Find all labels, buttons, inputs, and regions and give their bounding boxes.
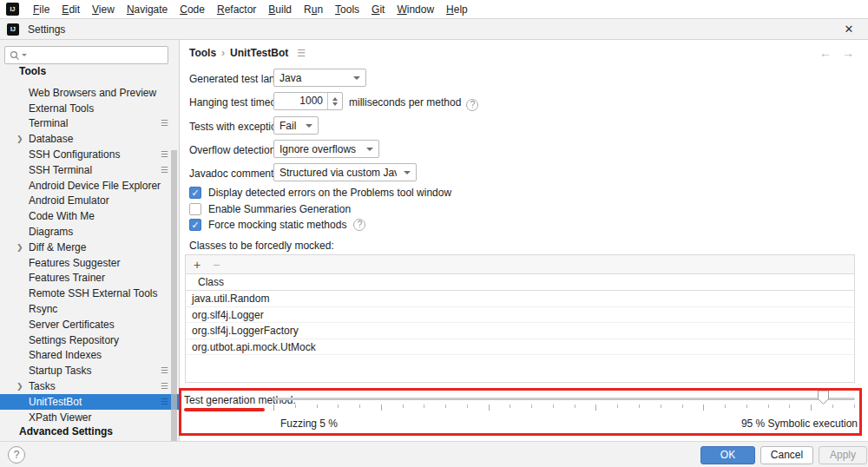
display-errors-checkbox[interactable]: ✓ Display detected errors on the Problem… [189,187,451,199]
javadoc-comment-style-select[interactable]: Structured via custom Javadoc tags [273,163,417,181]
chevron-down-icon [404,171,411,174]
overflow-detection-value: Ignore overflows [279,143,359,155]
javadoc-comment-style-value: Structured via custom Javadoc tags [279,167,397,179]
menu-git[interactable]: Git [365,0,391,19]
mocked-classes-table: + − Class java.util.Randomorg.slf4j.Logg… [185,254,855,383]
menu-bar: IJ FileEditViewNavigateCodeRefactorBuild… [0,0,868,19]
enable-summaries-checkbox[interactable]: Enable Summaries Generation [189,203,351,215]
sidebar-item-tasks[interactable]: ❯Tasks☰ [0,378,180,394]
forward-arrow-icon[interactable]: → [842,46,854,60]
overflow-detection-label: Overflow detection: [189,144,279,156]
ok-button[interactable]: OK [700,446,755,464]
sidebar-item-rsync[interactable]: Rsync [0,301,180,317]
sidebar-item-terminal[interactable]: Terminal☰ [0,116,180,132]
help-icon[interactable]: ? [466,99,478,111]
sidebar-item-settings-repository[interactable]: Settings Repository [0,332,180,348]
menu-tools[interactable]: Tools [329,0,365,19]
sidebar-item-web-browsers-and-preview[interactable]: Web Browsers and Preview [0,85,180,101]
sidebar-item-xpath-viewer[interactable]: XPath Viewer [0,410,180,425]
table-toolbar: + − [186,255,854,274]
search-options-caret-icon[interactable] [22,54,27,56]
sidebar-item-label: XPath Viewer [29,411,92,424]
overflow-detection-select[interactable]: Ignore overflows [273,140,379,158]
sidebar-scrollbar[interactable] [171,150,177,464]
sidebar-item-external-tools[interactable]: External Tools [0,101,180,116]
sidebar-item-ssh-configurations[interactable]: SSH Configurations☰ [0,147,180,162]
sidebar-item-features-suggester[interactable]: Features Suggester [0,255,180,271]
apply-button[interactable]: Apply [819,446,867,464]
sidebar-item-label: Features Trainer [29,272,105,284]
close-icon[interactable]: ✕ [842,23,856,36]
help-button[interactable]: ? [8,446,25,464]
chevron-right-icon[interactable]: ❯ [16,382,23,391]
generated-test-language-select[interactable]: Java [273,69,366,87]
sidebar-item-remote-ssh-external-tools[interactable]: Remote SSH External Tools [0,286,180,301]
menu-help[interactable]: Help [440,0,474,19]
sidebar-item-advanced-settings[interactable]: Advanced Settings [19,425,113,437]
sidebar-item-android-emulator[interactable]: Android Emulator [0,194,180,209]
breadcrumb-tools[interactable]: Tools [189,47,216,59]
slider-tick [295,405,296,408]
slider-tick [595,405,596,411]
stepper-arrows[interactable] [327,93,342,109]
slider-tick [338,405,339,408]
menu-view[interactable]: View [86,0,121,19]
cancel-button[interactable]: Cancel [760,446,813,464]
sidebar-item-startup-tasks[interactable]: Startup Tasks☰ [0,363,180,378]
enable-summaries-label: Enable Summaries Generation [208,203,351,215]
breadcrumb-options-icon[interactable]: ☰ [297,48,306,59]
sidebar-item-diff-merge[interactable]: ❯Diff & Merge [0,240,180,255]
sidebar-item-label: Terminal [29,117,68,129]
breadcrumb-separator: › [221,47,225,59]
sidebar-item-ssh-terminal[interactable]: SSH Terminal☰ [0,162,180,178]
menu-window[interactable]: Window [391,0,440,19]
sidebar-item-label: Settings Repository [29,334,119,346]
menu-run[interactable]: Run [298,0,329,19]
sidebar-item-label: Startup Tasks [29,365,91,377]
search-input[interactable] [4,46,168,64]
table-row[interactable]: java.util.Random [186,291,854,307]
mocked-classes-label: Classes to be forcedly mocked: [189,240,334,252]
settings-content-panel: Tools › UnitTestBot ☰ ← → Generated test… [180,40,868,441]
step-up-icon[interactable] [332,97,338,101]
menu-file[interactable]: File [27,0,56,19]
force-mocking-checkbox[interactable]: ✓ Force mocking static methods ? [189,219,365,231]
menu-navigate[interactable]: Navigate [121,0,174,19]
sidebar-item-database[interactable]: ❯Database [0,131,180,147]
chevron-right-icon[interactable]: ❯ [16,243,23,252]
remove-icon[interactable]: − [213,259,220,271]
back-arrow-icon[interactable]: ← [819,46,832,60]
sidebar-item-shared-indexes[interactable]: Shared Indexes [0,348,180,364]
sidebar-item-android-device-file-explorer[interactable]: Android Device File Explorer [0,178,180,194]
checkbox-unchecked-icon[interactable] [189,203,201,215]
hanging-test-timeout-stepper[interactable]: 1000 [273,92,343,110]
menu-items: FileEditViewNavigateCodeRefactorBuildRun… [27,0,474,19]
table-row[interactable]: org.utbot.api.mock.UtMock [186,339,854,356]
slider-tick [832,405,833,408]
sidebar-item-label: Database [29,133,73,145]
table-row[interactable]: org.slf4j.LoggerFactory [186,323,854,339]
sidebar-item-server-certificates[interactable]: Server Certificates [0,317,180,332]
sidebar-item-features-trainer[interactable]: Features Trainer [0,271,180,286]
checkbox-checked-icon[interactable]: ✓ [189,187,201,199]
help-icon[interactable]: ? [353,219,365,231]
menu-edit[interactable]: Edit [56,0,86,19]
slider-thumb[interactable] [817,390,830,408]
table-row[interactable]: org.slf4j.Logger [186,307,854,324]
chevron-right-icon[interactable]: ❯ [16,135,23,143]
symbolic-execution-percent-label: 95 % Symbolic execution [741,418,858,430]
generation-method-slider-track[interactable] [273,398,855,400]
checkbox-checked-icon[interactable]: ✓ [189,219,201,231]
slider-tick [489,405,490,411]
step-down-icon[interactable] [332,102,338,106]
tests-with-exceptions-select[interactable]: Fail [273,116,319,135]
menu-code[interactable]: Code [174,0,211,19]
sidebar-item-diagrams[interactable]: Diagrams [0,224,180,240]
menu-refactor[interactable]: Refactor [211,0,262,19]
sidebar-item-label: Server Certificates [29,319,115,331]
chevron-down-icon [353,76,360,80]
menu-build[interactable]: Build [262,0,298,19]
sidebar-item-code-with-me[interactable]: Code With Me [0,208,180,224]
add-icon[interactable]: + [194,259,201,271]
sidebar-item-unittestbot[interactable]: UnitTestBot☰ [0,394,180,410]
